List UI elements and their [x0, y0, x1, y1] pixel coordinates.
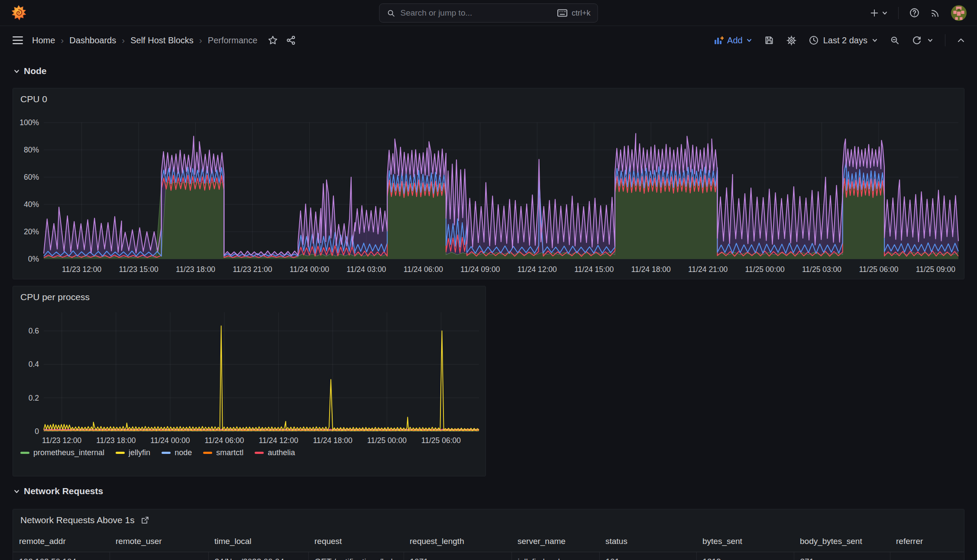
share-icon[interactable] [286, 35, 296, 45]
new-button[interactable] [870, 8, 888, 18]
star-icon[interactable] [268, 35, 278, 45]
svg-text:11/24 18:00: 11/24 18:00 [631, 265, 671, 274]
column-header[interactable]: server_name [511, 531, 599, 552]
svg-text:0.4: 0.4 [29, 360, 39, 369]
news-button[interactable] [930, 8, 941, 18]
svg-text:11/24 03:00: 11/24 03:00 [346, 265, 386, 274]
help-icon [909, 7, 920, 18]
rss-icon [930, 8, 941, 18]
save-icon[interactable] [764, 35, 774, 45]
row-node[interactable]: Node [13, 66, 47, 76]
table-row[interactable]: 192.168.50.104 24/Nov/2023 00:04 GET /no… [13, 552, 964, 560]
svg-text:80%: 80% [24, 146, 39, 154]
chevron-down-icon [13, 68, 20, 74]
settings-gear-icon[interactable] [786, 35, 797, 46]
clock-icon [809, 35, 819, 45]
chevron-down-icon [746, 37, 752, 43]
chevron-right-icon: › [199, 35, 202, 45]
table-header-row: remote_addr remote_user time_local reque… [13, 531, 964, 552]
grafana-logo[interactable] [10, 5, 27, 21]
column-header[interactable]: request_length [404, 531, 511, 552]
chevron-down-icon [13, 488, 20, 495]
svg-text:11/24 15:00: 11/24 15:00 [574, 265, 614, 274]
column-header[interactable]: time_local [208, 531, 308, 552]
table-cell: 1071 [404, 552, 511, 560]
column-header[interactable]: status [599, 531, 696, 552]
search-icon [387, 9, 396, 18]
collapse-toolbar-icon[interactable] [957, 37, 965, 43]
svg-text:11/24 06:00: 11/24 06:00 [204, 436, 244, 445]
svg-text:0: 0 [35, 427, 39, 436]
table-cell: 1319 [696, 552, 794, 560]
refresh-icon[interactable] [912, 35, 922, 45]
panel-network-requests: Network Requests Above 1s remote_addr re… [13, 509, 964, 560]
breadcrumb-folder[interactable]: Self Host Blocks [130, 36, 194, 45]
svg-text:11/24 18:00: 11/24 18:00 [313, 436, 353, 445]
refresh-interval-chevron-icon[interactable] [927, 37, 933, 43]
svg-text:11/24 00:00: 11/24 00:00 [150, 436, 190, 445]
svg-text:11/25 09:00: 11/25 09:00 [916, 265, 955, 274]
svg-text:0.2: 0.2 [29, 394, 39, 402]
column-header[interactable]: body_bytes_sent [794, 531, 890, 552]
chevron-down-icon [882, 10, 888, 16]
legend-label: authelia [268, 448, 295, 457]
legend-chip [116, 452, 125, 454]
legend-chip [20, 452, 29, 454]
panel-cpu-per-process: CPU per process 00.20.40.611/23 12:0011/… [13, 286, 486, 476]
svg-text:11/24 21:00: 11/24 21:00 [688, 265, 728, 274]
legend-item[interactable]: node [162, 448, 192, 457]
add-panel-icon [714, 36, 724, 45]
row-network-requests-title: Network Requests [24, 486, 103, 496]
svg-text:20%: 20% [24, 227, 39, 236]
toolbar-divider [945, 34, 945, 46]
breadcrumb-actions [268, 35, 296, 45]
table-cell [890, 552, 964, 560]
search-shortcut-label: ctrl+k [572, 9, 591, 18]
row-node-title: Node [24, 66, 47, 76]
time-range-picker[interactable]: Last 2 days [809, 35, 878, 45]
nav-divider [898, 7, 899, 19]
external-link-icon[interactable] [140, 515, 150, 525]
svg-text:11/23 15:00: 11/23 15:00 [119, 265, 159, 274]
breadcrumb-dashboards[interactable]: Dashboards [69, 36, 116, 45]
add-button[interactable]: Add [714, 36, 752, 45]
cpu0-chart[interactable]: 0%20%40%60%80%100%11/23 12:0011/23 15:00… [13, 88, 964, 279]
panel-network-requests-title[interactable]: Network Requests Above 1s [20, 515, 135, 525]
row-network-requests[interactable]: Network Requests [13, 486, 103, 496]
breadcrumb-home[interactable]: Home [32, 36, 55, 45]
column-header[interactable]: bytes_sent [696, 531, 794, 552]
table-cell: 101 [599, 552, 696, 560]
chevron-right-icon: › [61, 35, 64, 45]
refresh-group [912, 35, 933, 45]
legend-label: prometheus_internal [33, 448, 104, 457]
svg-text:11/24 00:00: 11/24 00:00 [290, 265, 329, 274]
search-input[interactable]: Search or jump to... ctrl+k [379, 3, 598, 23]
svg-text:11/24 09:00: 11/24 09:00 [460, 265, 500, 274]
legend-label: smartctl [216, 448, 243, 457]
dashboard-toolbar: Home › Dashboards › Self Host Blocks › P… [0, 26, 977, 55]
help-button[interactable] [909, 7, 920, 18]
network-requests-table: remote_addr remote_user time_local reque… [13, 531, 964, 560]
avatar[interactable] [951, 5, 967, 21]
legend-item[interactable]: authelia [255, 448, 295, 457]
time-range-label: Last 2 days [823, 36, 867, 45]
svg-text:11/25 03:00: 11/25 03:00 [802, 265, 841, 274]
legend-item[interactable]: prometheus_internal [20, 448, 104, 457]
legend-item[interactable]: smartctl [203, 448, 243, 457]
breadcrumb: Home › Dashboards › Self Host Blocks › P… [32, 35, 257, 45]
svg-text:11/23 12:00: 11/23 12:00 [42, 436, 81, 445]
grafana-dashboard: { "topnav": { "search": { "placeholder":… [0, 0, 977, 560]
mega-menu-icon[interactable] [12, 36, 23, 45]
svg-text:11/23 21:00: 11/23 21:00 [233, 265, 272, 274]
legend-chip [255, 452, 264, 454]
column-header[interactable]: remote_addr [13, 531, 110, 552]
svg-text:11/23 18:00: 11/23 18:00 [96, 436, 136, 445]
svg-text:11/25 06:00: 11/25 06:00 [421, 436, 461, 445]
zoom-out-icon[interactable] [890, 35, 900, 45]
column-header[interactable]: remote_user [110, 531, 208, 552]
legend-item[interactable]: jellyfin [116, 448, 150, 457]
search-placeholder: Search or jump to... [401, 8, 553, 18]
column-header[interactable]: referrer [890, 531, 964, 552]
column-header[interactable]: request [308, 531, 404, 552]
svg-text:11/23 12:00: 11/23 12:00 [62, 265, 101, 274]
